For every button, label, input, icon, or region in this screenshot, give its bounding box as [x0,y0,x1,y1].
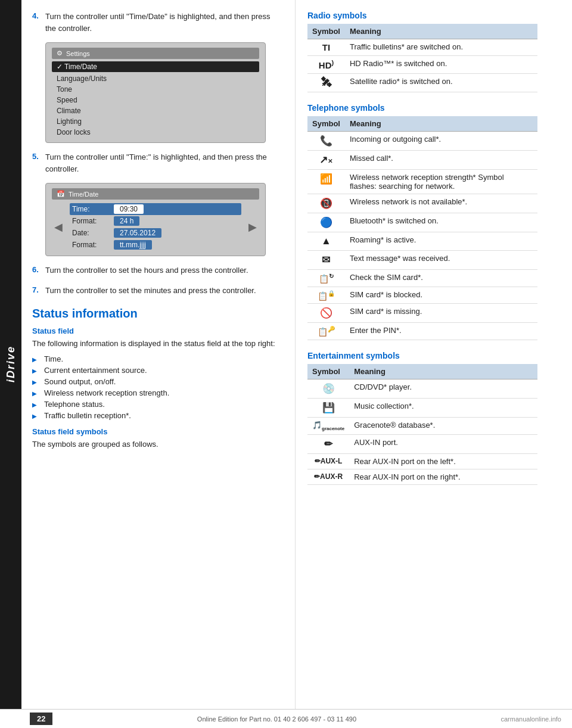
menu-item-lighting: Lighting [52,116,259,127]
step-7-text: Turn the controller to set the minutes a… [45,285,256,297]
tel-sym-call: 📞 [307,132,345,151]
table-row: 📞 Incoming or outgoing call*. [307,132,537,151]
table-row: ✏AUX-R Rear AUX-IN port on the right*. [307,469,537,484]
tel-meaning-missing: SIM card* is missing. [345,304,537,323]
settings-title: Settings [66,50,90,57]
entertainment-symbols-heading: Entertainment symbols [307,351,537,360]
main-content: 4. Turn the controller until "Time/Date"… [21,0,572,728]
timedate-screenshot: 📅 Time/Date ◀ Time: 09:30 Format: 24 h D… [45,183,266,256]
page-number: 22 [30,713,52,725]
radio-sym-sat: 🛰 [307,74,345,92]
table-row: 🛰 Satellite radio* is switched on. [307,74,537,92]
left-nav-arrow[interactable]: ◀ [52,218,65,236]
status-field-bullets: ▶Time. ▶Current entertainment source. ▶S… [32,353,283,421]
bullet-arrow-6: ▶ [32,413,39,419]
settings-header: ⚙ Settings [52,48,259,59]
step-6-text: Turn the controller to set the hours and… [45,265,248,276]
step-4: 4. Turn the controller until "Time/Date"… [32,11,283,34]
menu-item-speed: Speed [52,95,259,105]
bullet-arrow-3: ▶ [32,379,39,385]
tel-sym-blocked: 📋🔒 [307,287,345,304]
tel-col-meaning: Meaning [345,116,537,132]
tel-sym-check-sim: 📋↻ [307,270,345,287]
telephone-symbols-heading: Telephone symbols [307,103,537,113]
status-field-heading: Status field [32,326,283,335]
radio-meaning-ti: Traffic bulletins* are switched on. [345,39,537,56]
tel-meaning-msg: Text message* was received. [345,251,537,270]
ent-meaning-gracenote: Gracenote® database*. [349,417,537,434]
tel-sym-bt: 🔵 [307,213,345,232]
bullet-arrow-4: ▶ [32,390,39,397]
ent-meaning-music: Music collection*. [349,398,537,417]
step-5: 5. Turn the controller until "Time:" is … [32,151,283,175]
menu-item-doorlocks: Door locks [52,127,259,138]
time-label: Time: [72,205,114,213]
form-row-format1: Format: 24 h [70,215,241,227]
right-column: Radio symbols Symbol Meaning TI Traffic … [296,0,548,728]
ent-sym-aux: ✏ [307,434,349,453]
step-4-text: Turn the controller until "Time/Date" is… [45,11,283,34]
step-6: 6. Turn the controller to set the hours … [32,265,283,276]
radio-symbols-heading: Radio symbols [307,11,537,20]
ent-meaning-cd: CD/DVD* player. [349,379,537,398]
ent-meaning-aux: AUX-IN port. [349,434,537,453]
menu-item-timedate: ✓ Time/Date [52,61,259,72]
table-row: 📋🔑 Enter the PIN*. [307,323,537,340]
table-row: 💾 Music collection*. [307,398,537,417]
table-row: TI Traffic bulletins* are switched on. [307,39,537,56]
edition-text: Online Edition for Part no. 01 40 2 606 … [197,715,356,723]
menu-item-tone: Tone [52,84,259,95]
radio-symbols-table: Symbol Meaning TI Traffic bulletins* are… [307,24,537,92]
bullet-arrow-2: ▶ [32,368,39,374]
table-row: ✉ Text message* was received. [307,251,537,270]
tel-meaning-unavail: Wireless network is not available*. [345,194,537,213]
ent-sym-aux-r: ✏AUX-R [307,469,349,484]
bullet-arrow-5: ▶ [32,402,39,408]
bullet-entertainment: ▶Current entertainment source. [32,365,283,376]
sidebar-tab: iDrive [0,0,21,728]
tel-sym-unavail: 📵 [307,194,345,213]
sidebar-label: iDrive [5,346,17,382]
ent-sym-music: 💾 [307,398,349,417]
timedate-title: Time/Date [69,191,98,198]
timedate-header: 📅 Time/Date [52,188,259,200]
gear-icon: ⚙ [57,49,63,57]
date-value: 27.05.2012 [114,228,161,238]
tel-sym-missing: 🚫 [307,304,345,323]
table-row: ✏AUX-L Rear AUX-IN port on the left*. [307,453,537,469]
bullet-sound: ▶Sound output, on/off. [32,376,283,387]
tel-meaning-missed: Missed call*. [345,151,537,170]
table-row: 🚫 SIM card* is missing. [307,304,537,323]
tel-meaning-strength: Wireless network reception strength* Sym… [345,170,537,194]
ent-sym-gracenote: 🎵gracenote [307,417,349,434]
format2-label: Format: [72,241,114,249]
status-field-symbols-heading: Status field symbols [32,427,283,436]
right-nav-arrow[interactable]: ▶ [246,218,259,236]
format1-value: 24 h [114,216,139,226]
tel-sym-pin: 📋🔑 [307,323,345,340]
bullet-time: ▶Time. [32,353,283,365]
table-row: 🔵 Bluetooth* is switched on. [307,213,537,232]
tel-meaning-pin: Enter the PIN*. [345,323,537,340]
status-info-heading: Status information [32,307,283,321]
tel-sym-missed: ↗✕ [307,151,345,170]
ent-meaning-aux-l: Rear AUX-IN port on the left*. [349,453,537,469]
tel-meaning-blocked: SIM card* is blocked. [345,287,537,304]
telephone-symbols-table: Symbol Meaning 📞 Incoming or outgoing ca… [307,116,537,340]
step-5-number: 5. [32,151,45,161]
table-row: 📶 Wireless network reception strength* S… [307,170,537,194]
tel-meaning-check-sim: Check the SIM card*. [345,270,537,287]
table-row: ↗✕ Missed call*. [307,151,537,170]
tel-meaning-bt: Bluetooth* is switched on. [345,213,537,232]
ent-col-symbol: Symbol [307,364,349,379]
entertainment-symbols-table: Symbol Meaning 💿 CD/DVD* player. 💾 Music… [307,364,537,485]
radio-meaning-sat: Satellite radio* is switched on. [345,74,537,92]
ent-meaning-aux-r: Rear AUX-IN port on the right*. [349,469,537,484]
menu-item-language: Language/Units [52,73,259,84]
table-row: HD) HD Radio™* is switched on. [307,56,537,74]
settings-screenshot: ⚙ Settings ✓ Time/Date Language/Units To… [45,42,266,143]
ent-sym-cd: 💿 [307,379,349,398]
bullet-wireless: ▶Wireless network reception strength. [32,387,283,399]
status-field-symbols-body: The symbols are grouped as follows. [32,438,283,450]
format1-label: Format: [72,217,114,225]
